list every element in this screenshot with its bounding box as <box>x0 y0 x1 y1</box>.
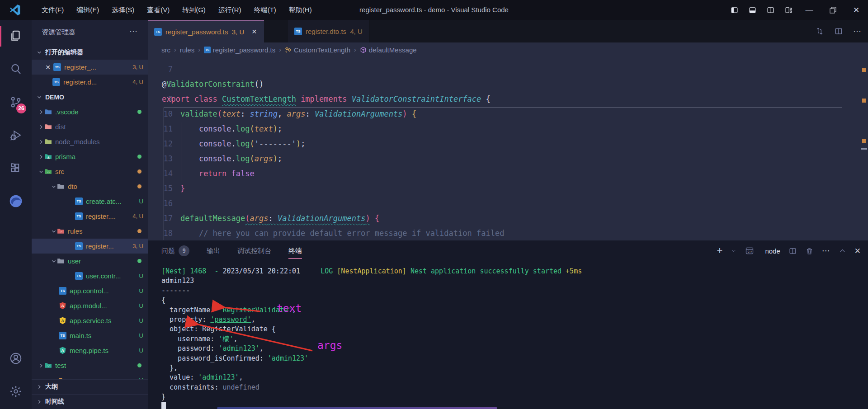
split-editor-icon[interactable] <box>834 27 843 36</box>
toggle-panel-icon[interactable] <box>743 0 761 20</box>
tree-item-main.ts[interactable]: TSmain.tsU <box>32 328 148 343</box>
ts-file-icon: TS <box>75 197 83 205</box>
annotation-args-label: args <box>317 339 342 351</box>
terminal-line: ------- <box>161 286 190 296</box>
more-actions-icon[interactable]: ⋯ <box>853 26 862 36</box>
editor-tab-bar: TSregister_password.ts 3, U✕TSregister.d… <box>148 20 868 42</box>
toggle-secondary-sidebar-icon[interactable] <box>761 0 779 20</box>
tab-register.dto.ts[interactable]: TSregister.dto.ts 4, U <box>288 20 369 42</box>
activity-source-control-icon[interactable]: 26 <box>0 88 32 116</box>
menu-5[interactable]: 运行(R) <box>212 0 248 20</box>
tree-item-dist[interactable]: dist <box>32 119 148 134</box>
ts-file-icon: TS <box>59 332 66 339</box>
activity-accounts-icon[interactable] <box>0 344 32 372</box>
folder-icon <box>44 123 52 131</box>
terminal-output[interactable]: [Nest] 1468 - 2023/05/31 20:22:01 LOG [N… <box>161 264 858 409</box>
activity-edge-browser-icon[interactable] <box>0 187 32 215</box>
breadcrumb-item-CustomTextLength[interactable]: CustomTextLength <box>285 46 350 54</box>
tree-item-dto[interactable]: dto <box>32 179 148 194</box>
tab-register_password.ts[interactable]: TSregister_password.ts 3, U✕ <box>148 20 264 42</box>
tree-item-rules[interactable]: ✓rules <box>32 224 148 239</box>
code-editor[interactable]: 78@ValidatorConstraint()9export class Cu… <box>148 57 868 240</box>
breadcrumb-item-rules[interactable]: rules <box>180 46 195 54</box>
tree-item-app.modul...[interactable]: Aapp.modul...U <box>32 298 148 313</box>
menu-6[interactable]: 终端(T) <box>248 0 283 20</box>
tree-item-meng.pipe.ts[interactable]: Ameng.pipe.tsU <box>32 343 148 358</box>
file-badge: U <box>139 317 143 324</box>
more-actions-icon[interactable]: ⋯ <box>822 246 830 256</box>
line-number: 16 <box>148 196 173 211</box>
modified-dot <box>137 169 142 174</box>
activity-explorer-icon[interactable] <box>0 22 32 50</box>
terminal-dropdown-icon[interactable] <box>731 248 737 254</box>
new-terminal-icon[interactable]: + <box>717 245 723 257</box>
toggle-sidebar-icon[interactable] <box>725 0 743 20</box>
tree-item-app.control...[interactable]: TSapp.control...U <box>32 283 148 298</box>
activity-extensions-icon[interactable] <box>0 154 32 182</box>
restore-icon[interactable] <box>821 0 844 20</box>
tree-item-label: node_modules <box>55 138 99 146</box>
open-editor-item[interactable]: TSregister.d...4, U <box>32 75 148 89</box>
chevron-right-icon <box>36 384 42 390</box>
activity-settings-icon[interactable] <box>0 377 32 405</box>
tree-item-src[interactable]: ‹›src <box>32 164 148 179</box>
shell-name: node <box>765 247 780 255</box>
panel-tab-终端[interactable]: 终端 <box>288 240 302 261</box>
chevron-down-icon <box>51 258 57 264</box>
sidebar-title: 资源管理器 <box>42 28 75 37</box>
tree-item-register....[interactable]: TSregister....4, U <box>32 209 148 224</box>
split-terminal-icon[interactable] <box>788 247 797 255</box>
shell-icon[interactable]: C:\ <box>745 246 754 255</box>
open-editor-item[interactable]: ✕TSregister_...3, U <box>32 60 148 75</box>
menu-1[interactable]: 编辑(E) <box>70 0 105 20</box>
timeline-header[interactable]: 时间线 <box>32 394 148 409</box>
menu-bar: 文件(F)编辑(E)选择(S)查看(V)转到(G)运行(R)终端(T)帮助(H) <box>35 0 318 20</box>
tree-item-label: app.control... <box>70 287 109 295</box>
open-editors-header[interactable]: 打开的编辑器 <box>32 45 148 60</box>
tree-item-.vscode[interactable]: .vscode <box>32 104 148 119</box>
panel-tab-输出[interactable]: 输出 <box>207 240 220 261</box>
tree-item-test[interactable]: ▽test <box>32 358 148 373</box>
tree-item-app.service.ts[interactable]: Aapp.service.tsU <box>32 313 148 328</box>
tree-item-user[interactable]: user <box>32 254 148 268</box>
tree-item-user.contr...[interactable]: TSuser.contr...U <box>32 268 148 283</box>
maximize-panel-icon[interactable] <box>839 247 846 255</box>
outline-header[interactable]: 大纲 <box>32 379 148 394</box>
terminal-scrollbar[interactable] <box>217 407 497 409</box>
menu-0[interactable]: 文件(F) <box>35 0 70 20</box>
chevron-down-icon <box>51 183 57 190</box>
breadcrumb-item-defaultMessage[interactable]: defaultMessage <box>360 46 417 54</box>
menu-3[interactable]: 查看(V) <box>141 0 176 20</box>
tree-item-label: .vscode <box>55 108 79 116</box>
menu-2[interactable]: 选择(S) <box>105 0 141 20</box>
tree-item-label: create.atc... <box>86 197 121 205</box>
compare-changes-icon[interactable] <box>815 27 824 36</box>
project-root-demo[interactable]: DEMO <box>32 89 148 104</box>
close-icon[interactable]: ✕ <box>44 64 52 71</box>
svg-text:▲: ▲ <box>47 155 50 159</box>
tree-item-register...[interactable]: TSregister...3, U <box>32 239 148 254</box>
close-icon[interactable]: ✕ <box>844 0 868 20</box>
customize-layout-icon[interactable] <box>779 0 797 20</box>
tree-item-create.atc...[interactable]: TScreate.atc...U <box>32 194 148 209</box>
editor-actions: ⋯ <box>815 20 862 42</box>
terminal-line: object: RegisterValidate { <box>161 324 276 334</box>
menu-7[interactable]: 帮助(H) <box>283 0 318 20</box>
close-panel-icon[interactable]: ✕ <box>854 246 861 256</box>
more-actions-icon[interactable]: ⋯ <box>129 26 138 36</box>
panel-tab-问题[interactable]: 问题9 <box>161 240 189 261</box>
tree-item-node_modules[interactable]: node_modules <box>32 134 148 149</box>
close-icon[interactable]: ✕ <box>250 28 258 35</box>
panel-tabs: 问题9输出调试控制台终端 <box>161 240 302 261</box>
menu-4[interactable]: 转到(G) <box>176 0 212 20</box>
activity-search-icon[interactable] <box>0 55 32 83</box>
kill-terminal-icon[interactable] <box>805 247 814 255</box>
tree-item-label: meng.pipe.ts <box>70 347 108 354</box>
minimize-icon[interactable]: — <box>797 0 821 20</box>
panel-tab-调试控制台[interactable]: 调试控制台 <box>237 240 271 261</box>
breadcrumb-item-src[interactable]: src <box>161 46 170 54</box>
tree-item-prisma[interactable]: ▲prisma <box>32 149 148 164</box>
activity-run-debug-icon[interactable] <box>0 121 32 149</box>
overview-ruler[interactable] <box>861 57 868 240</box>
breadcrumb-item-register_password.ts[interactable]: TSregister_password.ts <box>204 46 275 54</box>
